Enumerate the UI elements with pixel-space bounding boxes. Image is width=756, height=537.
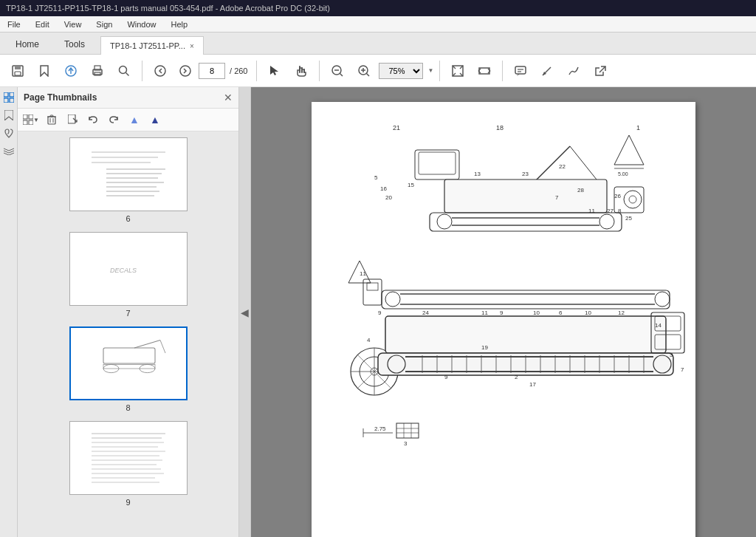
- select-tool-button[interactable]: [263, 59, 286, 83]
- svg-line-10: [126, 72, 129, 75]
- svg-text:10: 10: [533, 309, 540, 316]
- svg-text:23: 23: [522, 171, 529, 177]
- svg-rect-51: [23, 120, 27, 125]
- svg-line-16: [340, 73, 343, 76]
- thumbnail-expand-button[interactable]: ▲: [126, 112, 143, 128]
- thumbnail-page-6[interactable]: 6: [24, 137, 233, 223]
- panel-collapse-handle[interactable]: ◀: [239, 87, 251, 537]
- svg-rect-53: [48, 117, 55, 124]
- menu-window[interactable]: Window: [123, 18, 160, 30]
- thumbnail-page-7[interactable]: DECALS 7: [24, 232, 233, 318]
- svg-rect-60: [77, 141, 180, 208]
- pan-tool-button[interactable]: [289, 59, 313, 83]
- svg-text:1: 1: [636, 124, 640, 131]
- thumbnail-page-9[interactable]: 9: [24, 421, 233, 507]
- svg-text:2.75: 2.75: [374, 425, 386, 432]
- svg-text:17: 17: [529, 381, 536, 388]
- separator-1: [142, 61, 142, 81]
- svg-text:9: 9: [500, 309, 504, 316]
- pdf-content-area[interactable]: 21 18 1 5.00: [251, 87, 756, 537]
- thumbnail-select-button[interactable]: ▼: [22, 112, 40, 128]
- thumbnail-redo-button[interactable]: [105, 112, 123, 128]
- fit-width-button[interactable]: [472, 59, 496, 83]
- svg-text:26: 26: [614, 193, 621, 199]
- doc-tab-close[interactable]: ×: [190, 42, 194, 50]
- thumbnails-scroll-area[interactable]: 6 DECALS 7: [18, 131, 238, 537]
- svg-text:9: 9: [378, 309, 382, 316]
- zoom-out-button[interactable]: [326, 59, 349, 83]
- fit-page-button[interactable]: [446, 59, 470, 83]
- title-text: TP18-1 JT2511-PP115-TP18-1 parts manual …: [6, 4, 330, 13]
- sign-button[interactable]: [562, 59, 585, 83]
- svg-rect-40: [4, 98, 8, 103]
- svg-rect-138: [385, 316, 666, 353]
- svg-rect-39: [10, 92, 14, 97]
- separator-3: [319, 61, 320, 81]
- svg-text:2: 2: [515, 374, 518, 380]
- zoom-in-button[interactable]: [352, 59, 376, 83]
- thumbnail-page-8[interactable]: 8: [24, 326, 233, 412]
- separator-5: [502, 61, 503, 81]
- zoom-dropdown-icon: ▼: [427, 67, 433, 74]
- svg-line-44: [9, 153, 14, 155]
- page-total: / 260: [227, 66, 250, 75]
- svg-rect-1: [15, 66, 21, 69]
- tab-tools[interactable]: Tools: [52, 34, 97, 54]
- attachments-panel-toggle[interactable]: [1, 126, 16, 140]
- print-button[interactable]: [86, 59, 109, 83]
- svg-text:18: 18: [496, 124, 504, 131]
- svg-line-20: [367, 73, 370, 76]
- svg-line-37: [599, 66, 605, 72]
- thumbnail-extract-button[interactable]: [63, 112, 81, 128]
- thumbnail-image-7: DECALS: [69, 232, 188, 306]
- menu-help[interactable]: Help: [167, 18, 193, 30]
- menu-view[interactable]: View: [60, 18, 86, 30]
- menu-file[interactable]: File: [3, 18, 25, 30]
- thumbnail-panel-toggle[interactable]: [1, 90, 16, 105]
- thumbnails-title: Page Thumbnails: [24, 92, 97, 103]
- svg-text:28: 28: [577, 187, 584, 194]
- svg-text:13: 13: [474, 171, 481, 177]
- annotate-button[interactable]: [535, 59, 559, 83]
- svg-text:9: 9: [444, 374, 448, 380]
- svg-text:8: 8: [618, 208, 622, 214]
- tab-document[interactable]: TP18-1 JT2511-PP... ×: [100, 36, 204, 55]
- zoom-select[interactable]: 75% 50% 100% 125% 150%: [379, 63, 423, 79]
- thumbnail-undo-button[interactable]: [84, 112, 102, 128]
- thumbnail-image-6: [69, 137, 188, 211]
- tab-home[interactable]: Home: [3, 34, 52, 54]
- svg-marker-42: [4, 110, 13, 120]
- comment-button[interactable]: [509, 59, 532, 83]
- svg-text:3: 3: [670, 352, 673, 358]
- svg-text:14: 14: [655, 322, 662, 329]
- next-page-button[interactable]: [173, 59, 197, 83]
- layers-panel-toggle[interactable]: [1, 143, 16, 158]
- svg-text:24: 24: [422, 309, 429, 316]
- toolbar: / 260 75% 50% 100% 125% 150% ▼: [0, 55, 756, 87]
- svg-text:20: 20: [385, 194, 392, 201]
- thumbnails-close-button[interactable]: ✕: [224, 92, 233, 103]
- svg-rect-31: [515, 66, 526, 74]
- svg-text:12: 12: [618, 309, 625, 316]
- thumbnail-delete-button[interactable]: [43, 112, 61, 128]
- svg-text:7: 7: [681, 366, 684, 373]
- bookmarks-panel-toggle[interactable]: [1, 108, 16, 123]
- save-button[interactable]: [6, 59, 30, 83]
- svg-marker-13: [270, 66, 278, 75]
- menu-sign[interactable]: Sign: [92, 18, 117, 30]
- thumbnail-image-8: [69, 326, 188, 400]
- upload-button[interactable]: [59, 59, 83, 83]
- bookmark-button[interactable]: [32, 59, 56, 83]
- menu-edit[interactable]: Edit: [31, 18, 54, 30]
- svg-line-45: [4, 151, 9, 153]
- page-number-input[interactable]: [199, 63, 225, 79]
- svg-point-9: [120, 66, 127, 73]
- share-button[interactable]: [588, 59, 612, 83]
- svg-text:22: 22: [559, 163, 566, 170]
- svg-rect-38: [4, 92, 8, 97]
- zoom-search-button[interactable]: [112, 59, 136, 83]
- svg-line-47: [4, 148, 9, 151]
- svg-text:4: 4: [367, 337, 371, 343]
- prev-page-button[interactable]: [148, 59, 172, 83]
- thumbnail-collapse-button[interactable]: ▲: [146, 112, 164, 128]
